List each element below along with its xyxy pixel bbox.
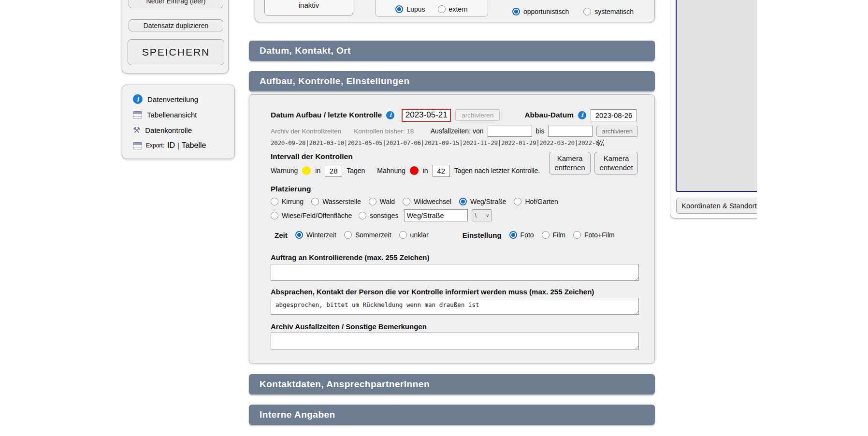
zeit-einstellung-row: Zeit Winterzeit Sommerzeit unklar Einste… <box>275 228 615 242</box>
teardown-date-label: Abbau-Datum <box>524 111 574 119</box>
radio-wildwechsel[interactable]: Wildwechsel <box>403 198 451 205</box>
radio-film[interactable]: Film <box>542 231 565 239</box>
reminder-label: Mahnung <box>377 167 405 174</box>
radio-label: Kirrung <box>282 198 304 205</box>
radio-lupus[interactable]: Lupus <box>395 5 425 13</box>
radio-hof-garten[interactable]: Hof/Garten <box>514 198 558 205</box>
placement-dropdown[interactable]: \ ∨ <box>472 209 492 221</box>
placement-row-1: Kirrung Wasserstelle Wald Wildwechsel We… <box>271 195 558 208</box>
radio-circle <box>295 231 303 239</box>
export-id-link[interactable]: ID <box>167 141 175 150</box>
radio-label: Winterzeit <box>306 231 336 239</box>
teardown-date-row: Abbau-Datum i <box>524 107 637 123</box>
section-header-aufbau[interactable]: Aufbau, Kontrolle, Einstellungen <box>249 71 655 91</box>
after-label: Tagen nach letzter Kontrolle. <box>454 167 540 174</box>
chevron-down-icon: ∨ <box>486 213 489 218</box>
tools-icon: ⚒ <box>133 126 140 134</box>
radio-circle <box>395 5 403 13</box>
export-prefix-label: Export: <box>146 142 164 149</box>
radio-kirrung[interactable]: Kirrung <box>271 198 304 205</box>
control-dates-list: 2020-09-28|2021-03-10|2021-05-05|2021-07… <box>271 139 599 146</box>
setup-date-row: Datum Aufbau / letzte Kontrolle i archiv… <box>271 107 500 123</box>
section-header-intern[interactable]: Interne Angaben <box>249 405 655 425</box>
radio-foto[interactable]: Foto <box>509 231 534 239</box>
radio-wiese-feld[interactable]: Wiese/Feld/Offenfläche <box>271 212 352 219</box>
menu-item-data-check[interactable]: ⚒ Datenkontrolle <box>133 124 192 136</box>
radio-sommerzeit[interactable]: Sommerzeit <box>344 231 391 239</box>
table-icon <box>133 142 142 149</box>
archiv-bemerkungen-label: Archiv Ausfallzeiten / Sonstige Bemerkun… <box>271 322 427 331</box>
setup-date-input[interactable] <box>402 109 451 122</box>
placement-custom-input[interactable] <box>404 209 468 221</box>
archiv-bemerkungen-textarea[interactable] <box>271 333 639 349</box>
radio-label: sonstiges <box>370 212 398 219</box>
radio-winterzeit[interactable]: Winterzeit <box>295 231 336 239</box>
radio-label: extern <box>449 5 468 13</box>
new-entry-button[interactable]: Neuer Eintrag (leer) <box>129 0 223 8</box>
radio-circle <box>583 8 591 15</box>
reminder-days-input[interactable] <box>433 165 450 177</box>
menu-label: Tabellenansicht <box>147 111 197 119</box>
auftrag-label: Auftrag an Kontrollierende (max. 255 Zei… <box>271 253 429 262</box>
warning-label: Warnung <box>271 167 298 174</box>
menu-label: Datenverteilung <box>147 95 198 103</box>
archive-row-left: Archiv der Kontrollzeiten Kontrollen bis… <box>271 125 414 137</box>
map-panel-card: Koordinaten & Standort <box>670 0 757 218</box>
section-header-datum[interactable]: Datum, Kontakt, Ort <box>249 41 655 61</box>
menu-label: Datenkontrolle <box>145 126 192 134</box>
radio-circle <box>514 198 521 205</box>
radio-circle <box>573 231 581 239</box>
radio-label: Hof/Garten <box>525 198 558 205</box>
radio-circle <box>509 231 517 239</box>
warning-days-input[interactable] <box>325 165 342 177</box>
placement-title: Platzierung <box>271 185 311 193</box>
radio-label: Wildwechsel <box>414 198 451 205</box>
control-dates-row: 2020-09-28|2021-03-10|2021-05-05|2021-07… <box>271 138 604 147</box>
duplicate-record-button[interactable]: Datensatz duplizieren <box>129 19 223 31</box>
in-label: in <box>315 167 320 174</box>
radio-wald[interactable]: Wald <box>369 198 395 205</box>
archive-downtime-button[interactable]: archivieren <box>596 126 638 137</box>
absprachen-textarea[interactable]: abgesprochen, bittet um Rückmeldung wenn… <box>271 298 639 315</box>
downtime-bis-label: bis <box>536 127 545 135</box>
downtime-to-input[interactable] <box>548 126 593 137</box>
radio-foto-film[interactable]: Foto+Film <box>573 231 615 239</box>
archive-setup-date-button[interactable]: archivieren <box>455 109 500 121</box>
coordinates-location-button[interactable]: Koordinaten & Standort <box>676 198 757 214</box>
radio-label: Foto <box>521 231 534 239</box>
auftrag-textarea[interactable] <box>271 264 639 281</box>
radio-circle <box>369 198 376 205</box>
placement-title-row: Platzierung <box>271 184 311 194</box>
radio-opportunistisch[interactable]: opportunistisch <box>512 8 569 15</box>
auftrag-label-row: Auftrag an Kontrollierende (max. 255 Zei… <box>271 252 429 262</box>
radio-extern[interactable]: extern <box>438 5 468 13</box>
archiv-bemerkungen-label-row: Archiv Ausfallzeiten / Sonstige Bemerkun… <box>271 321 427 331</box>
info-icon[interactable]: i <box>578 111 586 119</box>
inactive-button[interactable]: inaktiv <box>264 0 353 16</box>
menu-item-table-view[interactable]: Tabellenansicht <box>133 108 197 121</box>
radio-weg-strasse[interactable]: Weg/Straße <box>459 198 506 205</box>
radio-label: Lupus <box>406 5 425 13</box>
radio-circle <box>271 212 278 219</box>
radio-circle <box>512 8 520 15</box>
menu-item-data-distribution[interactable]: i Datenverteilung <box>133 93 198 105</box>
export-table-link[interactable]: Tabelle <box>182 141 206 150</box>
radio-systematisch[interactable]: systematisch <box>583 8 634 15</box>
save-button[interactable]: SPEICHERN <box>128 39 224 65</box>
warning-yellow-dot-icon <box>302 166 311 175</box>
radio-unklar[interactable]: unklar <box>399 231 429 239</box>
camera-remove-button[interactable]: Kamera entfernen <box>549 152 591 174</box>
radio-wasserstelle[interactable]: Wasserstelle <box>311 198 361 205</box>
page: Neuer Eintrag (leer) Datensatz duplizier… <box>0 0 868 436</box>
radio-sonstiges[interactable]: sonstiges <box>359 212 398 219</box>
camera-stolen-button[interactable]: Kamera entwendet <box>594 152 638 174</box>
section-header-kontakt[interactable]: Kontaktdaten, AnsprechpartnerInnen <box>249 374 655 394</box>
radio-label: Wasserstelle <box>322 198 361 205</box>
info-icon[interactable]: i <box>386 111 394 119</box>
downtime-from-input[interactable] <box>488 126 532 137</box>
teardown-date-input[interactable] <box>591 109 637 121</box>
radio-circle <box>403 198 410 205</box>
control-archive-link[interactable]: Archiv der Kontrollzeiten <box>271 128 341 135</box>
downtime-row: Ausfallzeiten: von bis archivieren <box>431 125 638 137</box>
radio-label: Film <box>553 231 565 239</box>
